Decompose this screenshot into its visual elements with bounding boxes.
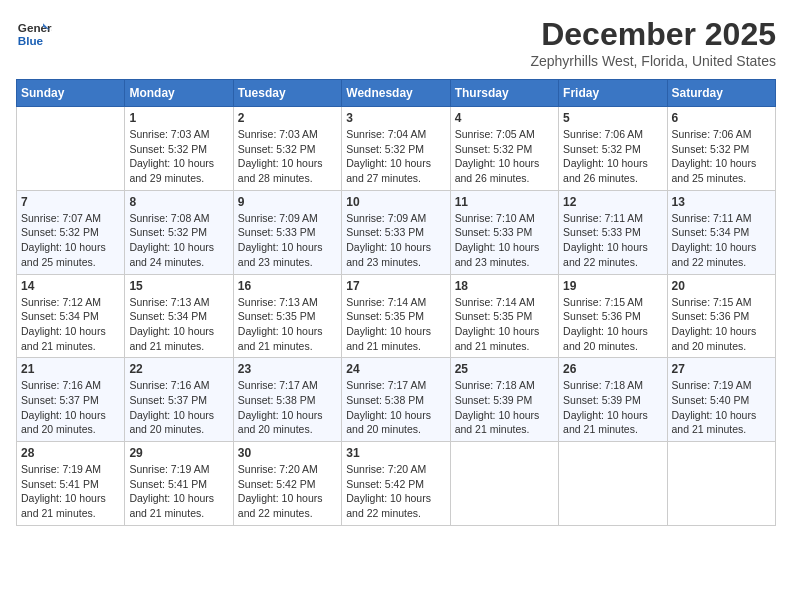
calendar-cell: 7Sunrise: 7:07 AMSunset: 5:32 PMDaylight…	[17, 190, 125, 274]
calendar-cell: 17Sunrise: 7:14 AMSunset: 5:35 PMDayligh…	[342, 274, 450, 358]
day-info: Sunrise: 7:03 AMSunset: 5:32 PMDaylight:…	[129, 127, 228, 186]
weekday-header-monday: Monday	[125, 80, 233, 107]
day-number: 13	[672, 195, 771, 209]
calendar-cell: 23Sunrise: 7:17 AMSunset: 5:38 PMDayligh…	[233, 358, 341, 442]
calendar-cell: 3Sunrise: 7:04 AMSunset: 5:32 PMDaylight…	[342, 107, 450, 191]
calendar-week-row: 28Sunrise: 7:19 AMSunset: 5:41 PMDayligh…	[17, 442, 776, 526]
day-info: Sunrise: 7:14 AMSunset: 5:35 PMDaylight:…	[346, 295, 445, 354]
calendar-cell: 5Sunrise: 7:06 AMSunset: 5:32 PMDaylight…	[559, 107, 667, 191]
day-info: Sunrise: 7:03 AMSunset: 5:32 PMDaylight:…	[238, 127, 337, 186]
calendar-cell: 15Sunrise: 7:13 AMSunset: 5:34 PMDayligh…	[125, 274, 233, 358]
weekday-header-row: SundayMondayTuesdayWednesdayThursdayFrid…	[17, 80, 776, 107]
day-number: 18	[455, 279, 554, 293]
weekday-header-thursday: Thursday	[450, 80, 558, 107]
calendar-week-row: 14Sunrise: 7:12 AMSunset: 5:34 PMDayligh…	[17, 274, 776, 358]
calendar-week-row: 7Sunrise: 7:07 AMSunset: 5:32 PMDaylight…	[17, 190, 776, 274]
title-block: December 2025 Zephyrhills West, Florida,…	[530, 16, 776, 69]
day-info: Sunrise: 7:06 AMSunset: 5:32 PMDaylight:…	[672, 127, 771, 186]
calendar-cell	[17, 107, 125, 191]
day-info: Sunrise: 7:15 AMSunset: 5:36 PMDaylight:…	[563, 295, 662, 354]
day-info: Sunrise: 7:16 AMSunset: 5:37 PMDaylight:…	[21, 378, 120, 437]
day-number: 16	[238, 279, 337, 293]
calendar-cell: 6Sunrise: 7:06 AMSunset: 5:32 PMDaylight…	[667, 107, 775, 191]
day-info: Sunrise: 7:17 AMSunset: 5:38 PMDaylight:…	[346, 378, 445, 437]
day-number: 4	[455, 111, 554, 125]
calendar-cell: 8Sunrise: 7:08 AMSunset: 5:32 PMDaylight…	[125, 190, 233, 274]
calendar-cell: 4Sunrise: 7:05 AMSunset: 5:32 PMDaylight…	[450, 107, 558, 191]
day-number: 24	[346, 362, 445, 376]
calendar-cell: 10Sunrise: 7:09 AMSunset: 5:33 PMDayligh…	[342, 190, 450, 274]
svg-text:Blue: Blue	[18, 34, 44, 47]
calendar-cell: 29Sunrise: 7:19 AMSunset: 5:41 PMDayligh…	[125, 442, 233, 526]
day-info: Sunrise: 7:20 AMSunset: 5:42 PMDaylight:…	[346, 462, 445, 521]
day-number: 31	[346, 446, 445, 460]
day-number: 5	[563, 111, 662, 125]
day-info: Sunrise: 7:11 AMSunset: 5:33 PMDaylight:…	[563, 211, 662, 270]
calendar-cell: 1Sunrise: 7:03 AMSunset: 5:32 PMDaylight…	[125, 107, 233, 191]
day-number: 3	[346, 111, 445, 125]
calendar-cell: 14Sunrise: 7:12 AMSunset: 5:34 PMDayligh…	[17, 274, 125, 358]
calendar-cell: 31Sunrise: 7:20 AMSunset: 5:42 PMDayligh…	[342, 442, 450, 526]
weekday-header-wednesday: Wednesday	[342, 80, 450, 107]
calendar-cell: 9Sunrise: 7:09 AMSunset: 5:33 PMDaylight…	[233, 190, 341, 274]
day-info: Sunrise: 7:10 AMSunset: 5:33 PMDaylight:…	[455, 211, 554, 270]
day-number: 25	[455, 362, 554, 376]
calendar-cell: 22Sunrise: 7:16 AMSunset: 5:37 PMDayligh…	[125, 358, 233, 442]
calendar-week-row: 21Sunrise: 7:16 AMSunset: 5:37 PMDayligh…	[17, 358, 776, 442]
calendar-cell: 19Sunrise: 7:15 AMSunset: 5:36 PMDayligh…	[559, 274, 667, 358]
day-number: 28	[21, 446, 120, 460]
day-number: 30	[238, 446, 337, 460]
day-number: 23	[238, 362, 337, 376]
day-number: 21	[21, 362, 120, 376]
day-number: 6	[672, 111, 771, 125]
day-info: Sunrise: 7:20 AMSunset: 5:42 PMDaylight:…	[238, 462, 337, 521]
day-number: 2	[238, 111, 337, 125]
calendar-cell: 24Sunrise: 7:17 AMSunset: 5:38 PMDayligh…	[342, 358, 450, 442]
day-info: Sunrise: 7:08 AMSunset: 5:32 PMDaylight:…	[129, 211, 228, 270]
day-info: Sunrise: 7:12 AMSunset: 5:34 PMDaylight:…	[21, 295, 120, 354]
day-info: Sunrise: 7:18 AMSunset: 5:39 PMDaylight:…	[455, 378, 554, 437]
calendar-cell: 20Sunrise: 7:15 AMSunset: 5:36 PMDayligh…	[667, 274, 775, 358]
day-info: Sunrise: 7:15 AMSunset: 5:36 PMDaylight:…	[672, 295, 771, 354]
calendar-table: SundayMondayTuesdayWednesdayThursdayFrid…	[16, 79, 776, 526]
calendar-cell: 27Sunrise: 7:19 AMSunset: 5:40 PMDayligh…	[667, 358, 775, 442]
calendar-week-row: 1Sunrise: 7:03 AMSunset: 5:32 PMDaylight…	[17, 107, 776, 191]
day-info: Sunrise: 7:19 AMSunset: 5:41 PMDaylight:…	[129, 462, 228, 521]
calendar-cell: 28Sunrise: 7:19 AMSunset: 5:41 PMDayligh…	[17, 442, 125, 526]
day-info: Sunrise: 7:09 AMSunset: 5:33 PMDaylight:…	[238, 211, 337, 270]
day-info: Sunrise: 7:04 AMSunset: 5:32 PMDaylight:…	[346, 127, 445, 186]
day-info: Sunrise: 7:14 AMSunset: 5:35 PMDaylight:…	[455, 295, 554, 354]
calendar-cell: 11Sunrise: 7:10 AMSunset: 5:33 PMDayligh…	[450, 190, 558, 274]
day-info: Sunrise: 7:06 AMSunset: 5:32 PMDaylight:…	[563, 127, 662, 186]
day-number: 27	[672, 362, 771, 376]
calendar-cell: 30Sunrise: 7:20 AMSunset: 5:42 PMDayligh…	[233, 442, 341, 526]
day-number: 7	[21, 195, 120, 209]
day-info: Sunrise: 7:17 AMSunset: 5:38 PMDaylight:…	[238, 378, 337, 437]
calendar-cell: 2Sunrise: 7:03 AMSunset: 5:32 PMDaylight…	[233, 107, 341, 191]
day-info: Sunrise: 7:07 AMSunset: 5:32 PMDaylight:…	[21, 211, 120, 270]
day-number: 20	[672, 279, 771, 293]
calendar-cell: 26Sunrise: 7:18 AMSunset: 5:39 PMDayligh…	[559, 358, 667, 442]
day-number: 29	[129, 446, 228, 460]
day-number: 15	[129, 279, 228, 293]
calendar-cell: 12Sunrise: 7:11 AMSunset: 5:33 PMDayligh…	[559, 190, 667, 274]
day-info: Sunrise: 7:18 AMSunset: 5:39 PMDaylight:…	[563, 378, 662, 437]
calendar-cell: 18Sunrise: 7:14 AMSunset: 5:35 PMDayligh…	[450, 274, 558, 358]
day-number: 10	[346, 195, 445, 209]
weekday-header-tuesday: Tuesday	[233, 80, 341, 107]
day-info: Sunrise: 7:09 AMSunset: 5:33 PMDaylight:…	[346, 211, 445, 270]
day-number: 19	[563, 279, 662, 293]
calendar-cell	[667, 442, 775, 526]
day-number: 1	[129, 111, 228, 125]
calendar-cell: 25Sunrise: 7:18 AMSunset: 5:39 PMDayligh…	[450, 358, 558, 442]
weekday-header-sunday: Sunday	[17, 80, 125, 107]
day-number: 12	[563, 195, 662, 209]
day-number: 22	[129, 362, 228, 376]
month-title: December 2025	[530, 16, 776, 53]
location: Zephyrhills West, Florida, United States	[530, 53, 776, 69]
weekday-header-saturday: Saturday	[667, 80, 775, 107]
day-info: Sunrise: 7:13 AMSunset: 5:34 PMDaylight:…	[129, 295, 228, 354]
day-info: Sunrise: 7:16 AMSunset: 5:37 PMDaylight:…	[129, 378, 228, 437]
calendar-cell: 16Sunrise: 7:13 AMSunset: 5:35 PMDayligh…	[233, 274, 341, 358]
day-info: Sunrise: 7:13 AMSunset: 5:35 PMDaylight:…	[238, 295, 337, 354]
